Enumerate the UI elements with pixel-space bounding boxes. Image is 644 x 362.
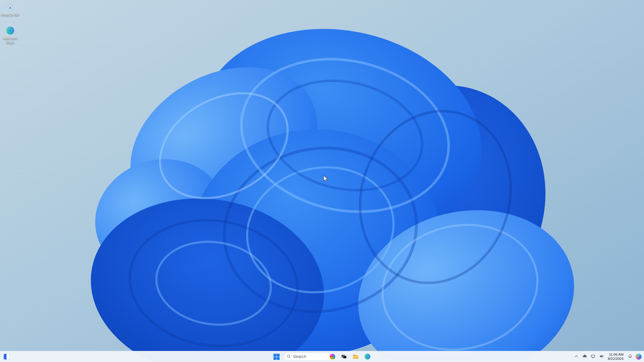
file-explorer-button[interactable] — [351, 352, 360, 361]
windows-start-icon — [273, 353, 280, 360]
taskbar-search[interactable]: Search — [284, 353, 337, 361]
mouse-cursor — [323, 175, 329, 183]
chevron-up-icon — [574, 354, 578, 359]
search-highlights-icon — [330, 354, 336, 360]
network-tray-button[interactable] — [590, 352, 596, 361]
file-explorer-icon — [352, 353, 359, 360]
clock[interactable]: 11:06 AM 8/22/2024 — [606, 352, 625, 361]
volume-tray-button[interactable] — [598, 352, 605, 361]
desktop-icon-microsoft-edge[interactable]: Microsoft Edge — [0, 26, 20, 50]
edge-icon — [364, 353, 371, 360]
clock-date: 8/22/2024 — [608, 357, 624, 361]
notification-bell-icon — [628, 354, 632, 359]
network-icon — [591, 354, 595, 359]
taskbar-left — [2, 351, 11, 362]
task-view-button[interactable] — [340, 352, 348, 361]
search-placeholder: Search — [293, 354, 328, 359]
widgets-button[interactable] — [2, 352, 11, 361]
onedrive-icon — [582, 354, 587, 359]
desktop-icon-recycle-bin[interactable]: Recycle Bin — [0, 3, 20, 26]
taskbar-center: Search — [272, 351, 372, 362]
notification-center-button[interactable] — [626, 352, 634, 361]
edge-taskbar-button[interactable] — [363, 352, 372, 361]
desktop-icon-label: Microsoft Edge — [1, 36, 20, 44]
wallpaper-bloom — [0, 0, 644, 362]
desktop-icon-label: Recycle Bin — [1, 13, 20, 17]
recycle-bin-icon — [6, 3, 15, 12]
copilot-button[interactable] — [635, 352, 642, 361]
tray-overflow-button[interactable] — [573, 352, 580, 361]
task-view-icon — [340, 353, 347, 360]
desktop-icon-grid: Recycle Bin — [0, 3, 20, 50]
system-tray: 11:06 AM 8/22/2024 — [573, 351, 642, 362]
clock-time: 11:06 AM — [609, 353, 624, 357]
search-icon — [286, 354, 291, 359]
desktop: Recycle Bin — [0, 0, 644, 362]
edge-icon — [6, 26, 15, 35]
onedrive-tray-button[interactable] — [581, 352, 588, 361]
copilot-icon — [636, 354, 642, 360]
taskbar: Search — [0, 351, 644, 362]
start-button[interactable] — [272, 352, 281, 361]
volume-icon — [599, 354, 604, 359]
widgets-icon — [4, 354, 10, 360]
